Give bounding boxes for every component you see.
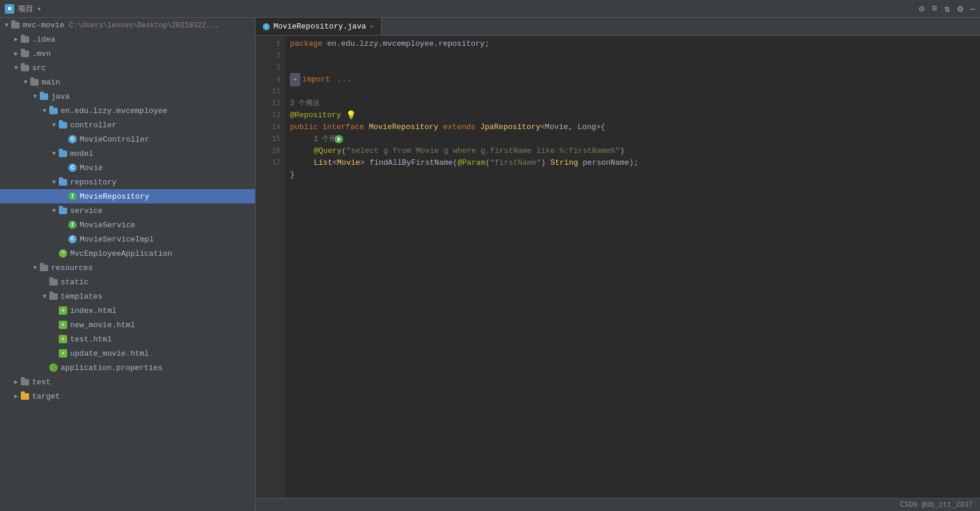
line-num-1: 1: [256, 38, 281, 50]
annotation-param: @Param: [458, 157, 486, 169]
java-label: java: [51, 92, 70, 101]
editor-area: I MovieRepository.java × 1 2 3 4 11 12 1…: [256, 18, 980, 511]
MovieServiceImpl-label: MovieServiceImpl: [80, 235, 154, 244]
code-line-hint-1: 1 个用法: [290, 133, 975, 145]
line-num-4: 4: [256, 74, 281, 86]
sidebar-item-src[interactable]: ▼ src: [0, 61, 255, 75]
line-num-16: 16: [256, 145, 281, 157]
sidebar-item-java[interactable]: ▼ java: [0, 89, 255, 104]
sidebar-item-main[interactable]: ▼ main: [0, 75, 255, 89]
sidebar-item-test-html[interactable]: ▶ # test.html: [0, 332, 255, 346]
sidebar-item-Movie[interactable]: ▶ C Movie: [0, 161, 255, 175]
sidebar-item-controller[interactable]: ▼ controller: [0, 118, 255, 132]
new-movie-html-label: new_movie.html: [70, 321, 135, 330]
sidebar-item-application-properties[interactable]: ▶ 🌿 application.properties: [0, 360, 255, 375]
controller-label: controller: [70, 121, 116, 130]
MovieService-icon: I: [68, 220, 77, 230]
application-props-label: application.properties: [61, 363, 163, 372]
tab-MovieRepository[interactable]: I MovieRepository.java ×: [256, 18, 382, 35]
tab-close-button[interactable]: ×: [370, 23, 374, 30]
sidebar-item-target[interactable]: ▶ target: [0, 389, 255, 403]
MovieServiceImpl-icon: C: [68, 234, 77, 244]
java-arrow: ▼: [31, 92, 39, 101]
MovieService-label: MovieService: [80, 221, 136, 230]
target-label: target: [32, 392, 60, 401]
update-movie-html-icon: #: [58, 349, 68, 358]
package-path: en.edu.lzzy.mvcemployee.repository;: [327, 38, 489, 50]
refresh-icon[interactable]: ⊙: [919, 3, 925, 15]
param-paren-close: ): [541, 157, 550, 169]
line-num-14: 14: [256, 121, 281, 133]
import-collapse-button[interactable]: +: [290, 73, 300, 86]
keyword-package: package: [290, 38, 327, 50]
tree-root[interactable]: ▼ mvc-movie C:\Users\lenovo\Desktop\2021…: [0, 18, 255, 32]
sidebar-item-MovieRepository[interactable]: ▶ I MovieRepository: [0, 189, 255, 203]
code-line-3: [290, 62, 975, 74]
minimize-icon[interactable]: —: [970, 4, 975, 14]
update-movie-html-label: update_movie.html: [70, 349, 149, 358]
type-Movie: Movie: [337, 157, 360, 169]
MovieController-label: MovieController: [80, 135, 149, 144]
sidebar-item-index-html[interactable]: ▶ # index.html: [0, 303, 255, 318]
repository-label: repository: [70, 178, 116, 187]
package-arrow: ▼: [40, 106, 49, 115]
bulb-icon[interactable]: 💡: [346, 109, 356, 121]
line-numbers: 1 2 3 4 11 12 13 14 15 16 17: [256, 36, 285, 498]
import-ellipsis: ...: [337, 74, 351, 86]
sidebar-item-repository[interactable]: ▼ repository: [0, 175, 255, 189]
project-icon: ■: [5, 4, 14, 14]
line-num-3: 3: [256, 62, 281, 74]
file-tree-sidebar: ▼ mvc-movie C:\Users\lenovo\Desktop\2021…: [0, 18, 256, 511]
method-name: findAllByFirstName(: [370, 157, 458, 169]
sidebar-item-static[interactable]: ▶ static: [0, 275, 255, 289]
title-bar-controls: ⊙ ≡ ⇅ ⚙ —: [919, 3, 975, 15]
sidebar-item-service[interactable]: ▼ service: [0, 203, 255, 218]
templates-arrow: ▼: [40, 292, 49, 300]
mvn-folder-icon: [20, 49, 30, 58]
generic-params: <Movie, Long>{: [540, 121, 605, 133]
sidebar-item-templates[interactable]: ▼ templates: [0, 289, 255, 303]
code-content[interactable]: package en.edu.lzzy.mvcemployee.reposito…: [285, 36, 980, 498]
closing-brace: }: [290, 169, 295, 181]
dropdown-arrow[interactable]: ▾: [37, 4, 42, 14]
sidebar-item-MovieController[interactable]: ▶ C MovieController: [0, 132, 255, 146]
status-credit: CSDN @db_ztt_2037: [900, 501, 973, 509]
line-num-17: 17: [256, 157, 281, 169]
line-num-13: 13: [256, 109, 281, 121]
sidebar-item-MovieService[interactable]: ▶ I MovieService: [0, 218, 255, 232]
hint-usages-2: 2 个用法: [290, 98, 320, 109]
mvn-arrow: ▶: [12, 49, 20, 58]
sidebar-item-model[interactable]: ▼ model: [0, 146, 255, 161]
collapse-icon[interactable]: ≡: [932, 4, 938, 14]
sidebar-item-package[interactable]: ▼ en.edu.lzzy.mvcemployee: [0, 104, 255, 118]
tab-bar: I MovieRepository.java ×: [256, 18, 980, 36]
code-line-16: }: [290, 169, 975, 181]
title-bar-left: ■ 项目 ▾: [5, 4, 42, 14]
sidebar-item-test-root[interactable]: ▶ test: [0, 375, 255, 389]
sidebar-item-MvcEmployeeApplication[interactable]: ▶ 🍃 MvcEmployeeApplication: [0, 246, 255, 261]
sidebar-item-new-movie-html[interactable]: ▶ # new_movie.html: [0, 318, 255, 332]
sidebar-item-MovieServiceImpl[interactable]: ▶ C MovieServiceImpl: [0, 232, 255, 246]
idea-folder-icon: [20, 35, 30, 44]
index-html-icon: #: [58, 306, 68, 315]
project-label: 项目: [18, 4, 33, 14]
target-arrow: ▶: [12, 392, 20, 400]
sidebar-item-update-movie-html[interactable]: ▶ # update_movie.html: [0, 346, 255, 360]
generic-close: >: [360, 157, 370, 169]
line-num-11: 11: [256, 86, 281, 98]
resources-label: resources: [51, 264, 93, 272]
target-folder-icon: [20, 391, 30, 401]
resources-folder-icon: [39, 263, 49, 272]
sidebar-item-mvn[interactable]: ▶ .mvn: [0, 46, 255, 61]
test-html-icon: #: [58, 334, 68, 344]
model-label: model: [70, 149, 93, 158]
settings-icon[interactable]: ⚙: [957, 3, 963, 15]
sidebar-item-idea[interactable]: ▶ .idea: [0, 32, 255, 46]
code-line-1: package en.edu.lzzy.mvcemployee.reposito…: [290, 38, 975, 50]
code-editor[interactable]: 1 2 3 4 11 12 13 14 15 16 17 package en.…: [256, 36, 980, 498]
src-label: src: [32, 64, 46, 73]
model-arrow: ▼: [50, 149, 58, 158]
sort-icon[interactable]: ⇅: [944, 3, 950, 15]
sidebar-item-resources[interactable]: ▼ resources: [0, 261, 255, 275]
repository-arrow: ▼: [50, 178, 58, 186]
